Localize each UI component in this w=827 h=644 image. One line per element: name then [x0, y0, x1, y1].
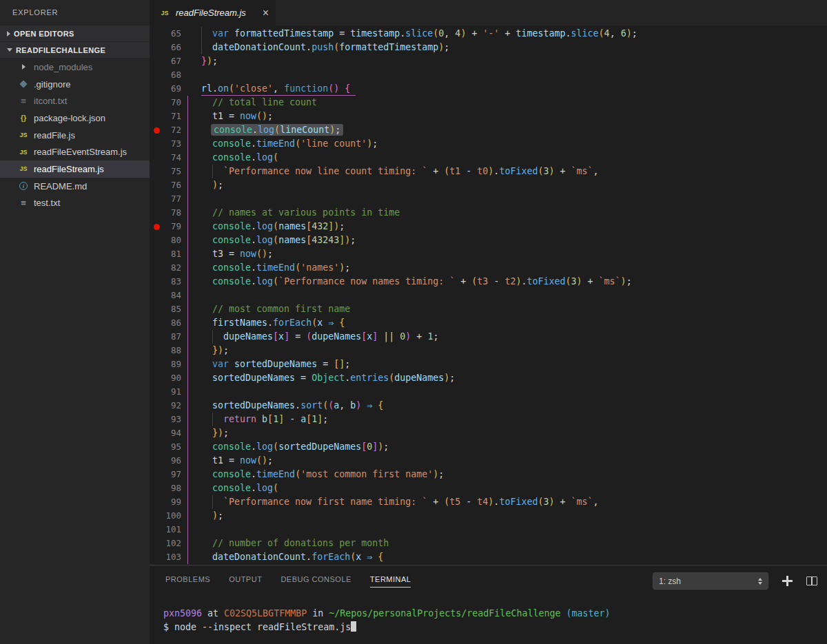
code-text[interactable]: t1 = now();	[201, 454, 827, 468]
breakpoint-gutter[interactable]	[150, 330, 163, 344]
breakpoint-icon[interactable]	[154, 127, 160, 134]
code-text[interactable]: console.timeEnd('names');	[201, 261, 827, 275]
terminal-output[interactable]: pxn5096 at C02SQ5LBGTFMMBP in ~/Repos/pe…	[150, 590, 827, 634]
terminal-select[interactable]: 1: zsh	[653, 572, 768, 590]
breakpoint-gutter[interactable]	[150, 523, 163, 537]
code-editor[interactable]: 65 var formattedTimestamp = timestamp.sl…	[150, 25, 827, 565]
code-line-68[interactable]: 68	[150, 68, 827, 82]
breakpoint-gutter[interactable]	[150, 316, 163, 330]
code-line-66[interactable]: 66 dateDonationCount.push(formattedTimes…	[150, 41, 827, 54]
code-text[interactable]: console.log(	[201, 481, 827, 495]
code-text[interactable]	[201, 192, 827, 206]
breakpoint-gutter[interactable]	[150, 481, 163, 495]
code-line-99[interactable]: 99 `Performance now first name timing: `…	[150, 495, 827, 509]
breakpoint-gutter[interactable]	[150, 399, 163, 413]
code-line-79[interactable]: 79 console.log(names[432]);	[150, 220, 827, 233]
code-text[interactable]: firstNames.forEach(x ⇒ {	[201, 316, 827, 330]
code-text[interactable]: dateDonationCount.push(formattedTimestam…	[201, 41, 827, 54]
breakpoint-gutter[interactable]	[150, 27, 163, 41]
breakpoint-gutter[interactable]	[150, 302, 163, 316]
panel-tab-debug-console[interactable]: DEBUG CONSOLE	[280, 575, 351, 588]
code-text[interactable]	[201, 523, 827, 537]
code-text[interactable]: t1 = now();	[201, 110, 827, 123]
code-line-80[interactable]: 80 console.log(names[43243]);	[150, 233, 827, 247]
file-item-node_modules[interactable]: node_modules	[0, 59, 150, 76]
code-line-81[interactable]: 81 t3 = now();	[150, 247, 827, 261]
code-text[interactable]: );	[201, 509, 827, 523]
code-line-90[interactable]: 90 sortedDupeNames = Object.entries(dupe…	[150, 371, 827, 385]
code-text[interactable]: dupeNames[x] = (dupeNames[x] || 0) + 1;	[201, 330, 827, 344]
code-line-91[interactable]: 91	[150, 385, 827, 399]
code-line-94[interactable]: 94 });	[150, 426, 827, 440]
breakpoint-gutter[interactable]	[150, 247, 163, 261]
breakpoint-gutter[interactable]	[150, 192, 163, 206]
breakpoint-gutter[interactable]	[150, 165, 163, 178]
code-line-78[interactable]: 78 // names at various points in time	[150, 206, 827, 220]
file-item-test.txt[interactable]: ≡test.txt	[0, 195, 150, 212]
code-line-97[interactable]: 97 console.timeEnd('most common first na…	[150, 468, 827, 481]
file-item-.gitignore[interactable]: .gitignore	[0, 76, 150, 93]
code-text[interactable]: `Performance now first name timing: ` + …	[201, 495, 827, 509]
code-line-69[interactable]: 69rl.on('close', function() {	[150, 82, 827, 96]
code-text[interactable]: sortedDupeNames = Object.entries(dupeNam…	[201, 371, 827, 385]
breakpoint-gutter[interactable]	[150, 54, 163, 68]
code-text[interactable]: // most common first name	[201, 302, 827, 316]
file-item-readFile.js[interactable]: JSreadFile.js	[0, 127, 150, 144]
code-text[interactable]: console.log(`Performance now names timin…	[201, 275, 827, 289]
breakpoint-gutter[interactable]	[150, 110, 163, 123]
code-line-88[interactable]: 88 });	[150, 344, 827, 357]
breakpoint-gutter[interactable]	[150, 537, 163, 550]
code-text[interactable]: console.log(names[43243]);	[201, 233, 827, 247]
code-text[interactable]: var formattedTimestamp = timestamp.slice…	[201, 27, 827, 41]
code-text[interactable]: rl.on('close', function() {	[201, 82, 827, 96]
code-text[interactable]: console.log(	[201, 151, 827, 165]
breakpoint-gutter[interactable]	[150, 220, 163, 233]
code-text[interactable]: // total line count	[201, 96, 827, 110]
tab-readfilestream[interactable]: JS readFileStream.js ×	[150, 0, 276, 25]
file-item-itcont.txt[interactable]: ≡itcont.txt	[0, 92, 150, 110]
breakpoint-gutter[interactable]	[150, 509, 163, 523]
new-terminal-icon[interactable]	[782, 576, 793, 586]
code-line-103[interactable]: 103 dateDonationCount.forEach(x ⇒ {	[150, 550, 827, 564]
code-line-83[interactable]: 83 console.log(`Performance now names ti…	[150, 275, 827, 289]
code-line-77[interactable]: 77	[150, 192, 827, 206]
code-line-102[interactable]: 102 // number of donations per month	[150, 537, 827, 550]
code-text[interactable]	[201, 289, 827, 302]
code-text[interactable]: sortedDupeNames.sort((a, b) ⇒ {	[201, 399, 827, 413]
code-text[interactable]: // names at various points in time	[201, 206, 827, 220]
code-text[interactable]: });	[201, 426, 827, 440]
breakpoint-gutter[interactable]	[150, 68, 163, 82]
panel-tab-terminal[interactable]: TERMINAL	[370, 575, 411, 588]
breakpoint-gutter[interactable]	[150, 206, 163, 220]
breakpoint-gutter[interactable]	[150, 82, 163, 96]
file-item-readFileEventStream.js[interactable]: JSreadFileEventStream.js	[0, 143, 150, 160]
breakpoint-gutter[interactable]	[150, 550, 163, 564]
code-line-87[interactable]: 87 dupeNames[x] = (dupeNames[x] || 0) + …	[150, 330, 827, 344]
code-line-85[interactable]: 85 // most common first name	[150, 302, 827, 316]
code-text[interactable]: console.timeEnd('most common first name'…	[201, 468, 827, 481]
code-line-95[interactable]: 95 console.log(sortedDupeNames[0]);	[150, 440, 827, 454]
code-line-82[interactable]: 82 console.timeEnd('names');	[150, 261, 827, 275]
breakpoint-gutter[interactable]	[150, 468, 163, 481]
breakpoint-gutter[interactable]	[150, 385, 163, 399]
code-line-67[interactable]: 67});	[150, 54, 827, 68]
breakpoint-gutter[interactable]	[150, 41, 163, 54]
breakpoint-gutter[interactable]	[150, 96, 163, 110]
code-line-101[interactable]: 101	[150, 523, 827, 537]
code-text[interactable]: console.timeEnd('line count');	[201, 137, 827, 151]
breakpoint-gutter[interactable]	[150, 233, 163, 247]
code-line-76[interactable]: 76 );	[150, 178, 827, 192]
split-terminal-icon[interactable]	[806, 577, 817, 585]
code-line-70[interactable]: 70 // total line count	[150, 96, 827, 110]
code-text[interactable]: `Performance now line count timing: ` + …	[201, 165, 827, 178]
code-text[interactable]: var sortedDupeNames = [];	[201, 357, 827, 371]
root-folder-section[interactable]: READFILECHALLENGE	[0, 42, 150, 58]
lightbulb-icon[interactable]	[201, 112, 209, 121]
breakpoint-gutter[interactable]	[150, 495, 163, 509]
code-text[interactable]: // number of donations per month	[201, 537, 827, 550]
code-text[interactable]: });	[201, 344, 827, 357]
code-line-98[interactable]: 98 console.log(	[150, 481, 827, 495]
breakpoint-gutter[interactable]	[150, 123, 163, 137]
code-line-92[interactable]: 92 sortedDupeNames.sort((a, b) ⇒ {	[150, 399, 827, 413]
code-line-74[interactable]: 74 console.log(	[150, 151, 827, 165]
